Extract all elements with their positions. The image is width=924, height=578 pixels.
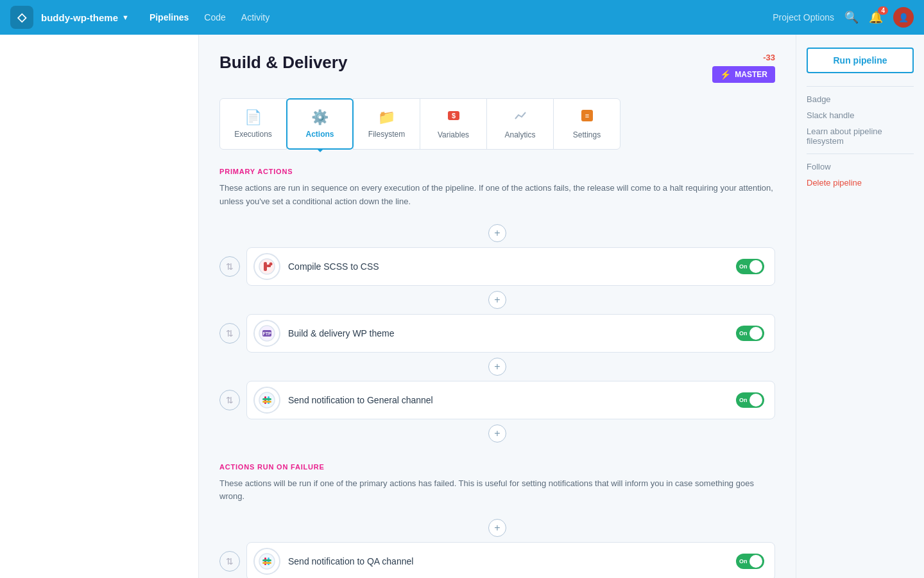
add-action-2[interactable]: + (488, 291, 506, 309)
action-name-2: Build & delivery WP theme (288, 328, 728, 338)
drag-handle-2[interactable]: ⇅ (219, 323, 240, 344)
tab-bar: 📄 Executions ⚙️ Actions 📁 Filesystem $ V… (219, 98, 775, 150)
add-action-bottom[interactable]: + (488, 425, 506, 442)
failure-actions-desc: These actions will be run if one of the … (219, 477, 775, 504)
svg-rect-14 (262, 398, 271, 400)
sidebar-link-follow[interactable]: Follow (807, 162, 914, 171)
nav-right: Project Options 🔍 🔔 4 👤 (773, 7, 914, 28)
action-card-1[interactable]: Compile SCSS to CSS On (246, 247, 775, 286)
primary-actions-list: + ⇅ Compile SCSS to CSS On (219, 222, 775, 445)
page-layout: Build & Delivery -33 ⚡ MASTER 📄 Executio… (0, 35, 924, 578)
actions-icon: ⚙️ (311, 109, 329, 126)
toggle-knob-1 (749, 260, 762, 273)
tab-executions[interactable]: 📄 Executions (219, 98, 287, 150)
sidebar-link-filesystem[interactable]: Learn about pipeline filesystem (807, 127, 914, 146)
svg-text:FTP: FTP (262, 331, 271, 336)
table-row: ⇅ Compile SCSS to CSS On (219, 247, 775, 286)
tab-settings[interactable]: ≡ Settings (553, 98, 620, 150)
project-options-link[interactable]: Project Options (773, 12, 834, 22)
master-badge[interactable]: ⚡ MASTER (712, 66, 775, 83)
action-icon-slack-2 (253, 548, 280, 575)
sidebar-link-delete[interactable]: Delete pipeline (807, 178, 914, 188)
variables-icon: $ (447, 109, 461, 127)
toggle-failure-1[interactable]: On (736, 554, 764, 569)
failure-actions-list: + ⇅ Sen (219, 516, 775, 578)
svg-text:≡: ≡ (585, 112, 588, 119)
primary-actions-title: PRIMARY ACTIONS (219, 168, 775, 175)
project-name[interactable]: buddy-wp-theme ▼ (41, 12, 129, 23)
tab-actions[interactable]: ⚙️ Actions (286, 98, 354, 150)
nav-code[interactable]: Code (204, 12, 225, 22)
drag-handle-failure-1[interactable]: ⇅ (219, 551, 240, 572)
sidebar-link-badge[interactable]: Badge (807, 94, 914, 104)
table-row: ⇅ Send notification to General channel (219, 381, 775, 419)
sidebar-divider-2 (807, 153, 914, 154)
svg-rect-20 (262, 562, 271, 564)
svg-rect-19 (262, 559, 271, 561)
tab-variables[interactable]: $ Variables (420, 98, 487, 150)
countdown-badge: -33 (763, 53, 775, 62)
action-icon-slack-1 (253, 387, 280, 414)
filesystem-icon: 📁 (378, 109, 395, 126)
svg-rect-15 (262, 401, 271, 403)
toggle-2[interactable]: On (736, 326, 764, 341)
run-pipeline-button[interactable]: Run pipeline (807, 48, 914, 73)
settings-icon: ≡ (580, 109, 594, 127)
primary-actions-desc: These actions are run in sequence on eve… (219, 182, 775, 209)
nav-activity[interactable]: Activity (241, 12, 270, 22)
nav-pipelines[interactable]: Pipelines (150, 12, 189, 22)
svg-rect-5 (264, 262, 267, 271)
toggle-knob-3 (749, 394, 762, 407)
analytics-icon (513, 109, 527, 127)
executions-icon: 📄 (244, 109, 262, 126)
action-name-3: Send notification to General channel (288, 395, 728, 405)
drag-handle-1[interactable]: ⇅ (219, 256, 240, 277)
left-sidebar (0, 35, 199, 578)
nav-links: Pipelines Code Activity (150, 12, 773, 22)
main-content: Build & Delivery -33 ⚡ MASTER 📄 Executio… (199, 35, 796, 578)
action-card-2[interactable]: FTP Build & delivery WP theme On (246, 314, 775, 353)
right-sidebar: Run pipeline Badge Slack handle Learn ab… (796, 35, 924, 578)
failure-actions-title: ACTIONS RUN ON FAILURE (219, 463, 775, 471)
header-right: -33 ⚡ MASTER (712, 53, 775, 83)
action-card-failure-1[interactable]: Send notification to QA channel On (246, 542, 775, 578)
user-avatar[interactable]: 👤 (893, 7, 914, 28)
toggle-knob-2 (749, 327, 762, 340)
add-failure-action-top[interactable]: + (488, 519, 506, 537)
action-name-1: Compile SCSS to CSS (288, 261, 728, 272)
project-dropdown-arrow: ▼ (122, 13, 129, 21)
notifications-bell[interactable]: 🔔 4 (869, 10, 883, 24)
drag-handle-3[interactable]: ⇅ (219, 390, 240, 410)
table-row: ⇅ FTP Build & delivery WP theme On (219, 314, 775, 353)
svg-text:$: $ (451, 112, 455, 119)
search-icon[interactable]: 🔍 (844, 10, 859, 24)
top-navigation: ◇ buddy-wp-theme ▼ Pipelines Code Activi… (0, 0, 924, 35)
notification-badge: 4 (878, 6, 888, 15)
add-action-3[interactable]: + (488, 358, 506, 376)
page-header: Build & Delivery -33 ⚡ MASTER (219, 53, 775, 83)
svg-point-7 (270, 262, 273, 265)
sidebar-link-slack[interactable]: Slack handle (807, 110, 914, 120)
toggle-1[interactable]: On (736, 259, 764, 274)
action-icon-gulp (253, 253, 280, 280)
master-icon: ⚡ (720, 69, 731, 80)
toggle-3[interactable]: On (736, 392, 764, 408)
page-title: Build & Delivery (219, 53, 347, 73)
sidebar-divider-1 (807, 86, 914, 87)
action-icon-ftp: FTP (253, 320, 280, 347)
app-logo[interactable]: ◇ (10, 6, 33, 29)
failure-action-name-1: Send notification to QA channel (288, 556, 728, 566)
table-row: ⇅ Send notification to QA channel (219, 542, 775, 578)
toggle-knob-failure-1 (749, 555, 762, 568)
add-action-top[interactable]: + (488, 224, 506, 242)
action-card-3[interactable]: Send notification to General channel On (246, 381, 775, 419)
tab-filesystem[interactable]: 📁 Filesystem (353, 98, 420, 150)
tab-analytics[interactable]: Analytics (486, 98, 554, 150)
